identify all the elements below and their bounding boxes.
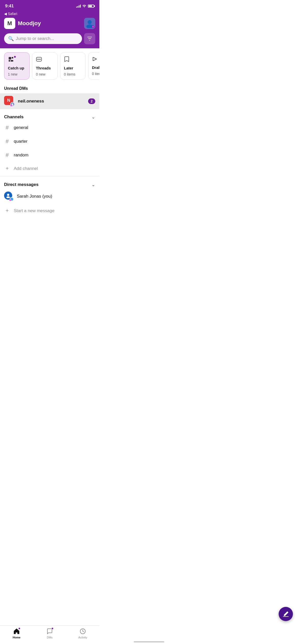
section-divider xyxy=(0,176,99,176)
hash-icon: # xyxy=(4,138,10,145)
dm-user-name: neil.oneness xyxy=(18,99,85,104)
later-card[interactable]: Later 0 items xyxy=(60,52,86,80)
dm-avatar: N xyxy=(4,96,15,107)
plus-icon: + xyxy=(4,166,10,171)
safari-back[interactable]: ◀ Safari xyxy=(0,11,99,16)
signal-bars-icon xyxy=(76,5,81,8)
svg-point-13 xyxy=(6,196,10,198)
catchup-icon xyxy=(8,56,15,64)
svg-rect-4 xyxy=(9,60,10,62)
status-icons xyxy=(76,4,94,8)
threads-title: Threads xyxy=(36,66,54,70)
drafts-icon xyxy=(92,56,99,63)
catchup-dot xyxy=(14,56,16,58)
later-icon xyxy=(64,56,71,64)
drafts-sub: 0 items xyxy=(92,72,99,76)
svg-point-12 xyxy=(7,194,9,196)
svg-point-10 xyxy=(12,104,13,105)
threads-sub: 0 new xyxy=(36,72,54,76)
search-row: 🔍 Jump to or search... xyxy=(0,33,99,48)
hash-icon: # xyxy=(4,124,10,131)
dm-self-avatar xyxy=(4,192,14,201)
channel-quarter[interactable]: # quarter xyxy=(0,135,99,148)
channel-random[interactable]: # random xyxy=(0,148,99,162)
status-time: 9:41 xyxy=(5,4,14,9)
catchup-sub: 1 new xyxy=(8,72,26,76)
svg-rect-2 xyxy=(9,57,11,60)
channel-name-quarter: quarter xyxy=(14,139,28,144)
channels-label: Channels xyxy=(4,114,24,120)
later-sub: 0 items xyxy=(64,72,82,76)
threads-icon xyxy=(36,56,43,64)
catchup-card[interactable]: Catch up 1 new xyxy=(4,52,30,80)
header-left: M Moodjoy xyxy=(4,18,41,29)
dm-self-status-dot xyxy=(9,199,11,201)
battery-icon xyxy=(88,5,94,8)
search-placeholder: Jump to or search... xyxy=(16,36,54,41)
main-content: Unread DMs N neil.oneness 2 Channels ⌄ #… xyxy=(0,82,99,217)
quick-actions-row: Catch up 1 new Threads 0 new Later 0 ite… xyxy=(0,48,99,82)
svg-rect-5 xyxy=(11,60,13,62)
wifi-icon xyxy=(82,4,86,8)
search-bar[interactable]: 🔍 Jump to or search... xyxy=(4,33,82,44)
safari-label: Safari xyxy=(8,12,17,16)
svg-point-9 xyxy=(40,59,41,60)
app-title: Moodjoy xyxy=(18,20,41,27)
filter-button[interactable] xyxy=(84,33,95,44)
channel-name-general: general xyxy=(14,125,28,130)
channels-collapse-icon[interactable]: ⌄ xyxy=(91,114,95,120)
app-header: M Moodjoy xyxy=(0,16,99,33)
svg-point-8 xyxy=(37,59,38,60)
svg-rect-3 xyxy=(12,57,13,58)
add-dm-item[interactable]: + Start a new message xyxy=(0,204,99,217)
later-title: Later xyxy=(64,66,82,70)
add-channel-label: Add channel xyxy=(14,166,38,171)
start-dm-label: Start a new message xyxy=(14,208,55,213)
hash-icon: # xyxy=(4,152,10,158)
profile-avatar-button[interactable] xyxy=(84,18,95,29)
direct-messages-collapse-icon[interactable]: ⌄ xyxy=(91,182,95,187)
direct-messages-header: Direct messages ⌄ xyxy=(0,177,99,188)
search-icon: 🔍 xyxy=(8,36,14,41)
svg-point-0 xyxy=(88,20,92,24)
add-channel-item[interactable]: + Add channel xyxy=(0,162,99,175)
threads-card[interactable]: Threads 0 new xyxy=(32,52,58,80)
dm-avatar-online-dot xyxy=(10,105,12,107)
avatar-status-dot xyxy=(92,25,94,28)
status-bar: 9:41 xyxy=(0,0,99,11)
drafts-title: Drafts xyxy=(92,65,99,70)
dm-self-name: Sarah Jonas (you) xyxy=(17,194,52,199)
drafts-card[interactable]: Drafts 0 items xyxy=(88,52,99,80)
catchup-title: Catch up xyxy=(8,66,26,70)
plus-icon: + xyxy=(4,208,10,214)
unread-dms-label: Unread DMs xyxy=(0,82,99,93)
channel-general[interactable]: # general xyxy=(0,121,99,135)
app-logo: M xyxy=(4,18,15,29)
dm-unread-badge: 2 xyxy=(88,98,95,104)
back-chevron-icon: ◀ xyxy=(4,12,7,16)
dm-self-item[interactable]: Sarah Jonas (you) xyxy=(0,188,99,204)
dm-item-neil[interactable]: N neil.oneness 2 xyxy=(0,93,99,109)
direct-messages-label: Direct messages xyxy=(4,182,38,187)
channels-header: Channels ⌄ xyxy=(0,110,99,121)
channel-name-random: random xyxy=(14,153,29,158)
svg-point-7 xyxy=(38,59,39,60)
